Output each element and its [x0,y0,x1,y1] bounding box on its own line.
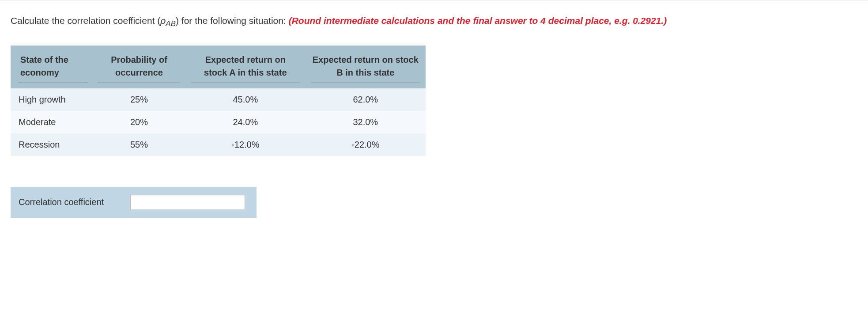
col-header-probability: Probability of occurrence [93,46,185,88]
prompt-text-post: ) for the following situation: [176,15,289,26]
cell-return-a: 24.0% [185,111,306,133]
prompt-highlight: (Round intermediate calculations and the… [289,15,667,26]
table-row: Moderate 20% 24.0% 32.0% [11,111,426,133]
table-row: Recession 55% -12.0% -22.0% [11,133,426,156]
col-header-return-b: Expected return on stock B in this state [306,46,426,88]
data-table: State of the economy Probability of occu… [11,46,426,156]
table-row: High growth 25% 45.0% 62.0% [11,88,426,111]
table-header-row: State of the economy Probability of occu… [11,46,426,88]
cell-state: High growth [11,88,93,111]
cell-return-a: -12.0% [185,133,306,156]
correlation-coefficient-input[interactable] [130,195,245,210]
answer-box: Correlation coefficient [11,187,257,218]
cell-return-b: 62.0% [306,88,426,111]
cell-return-b: -22.0% [306,133,426,156]
cell-probability: 25% [93,88,185,111]
question-container: Calculate the correlation coefficient (ρ… [0,0,868,231]
cell-probability: 55% [93,133,185,156]
col-header-state: State of the economy [11,46,93,88]
prompt-text-pre: Calculate the correlation coefficient ( [11,15,160,26]
cell-probability: 20% [93,111,185,133]
cell-return-b: 32.0% [306,111,426,133]
answer-label: Correlation coefficient [19,197,104,207]
col-header-return-a: Expected return on stock A in this state [185,46,306,88]
rho-symbol: ρ [160,15,166,26]
cell-state: Moderate [11,111,93,133]
question-prompt: Calculate the correlation coefficient (ρ… [11,14,857,30]
cell-return-a: 45.0% [185,88,306,111]
rho-subscript: AB [166,19,176,28]
cell-state: Recession [11,133,93,156]
